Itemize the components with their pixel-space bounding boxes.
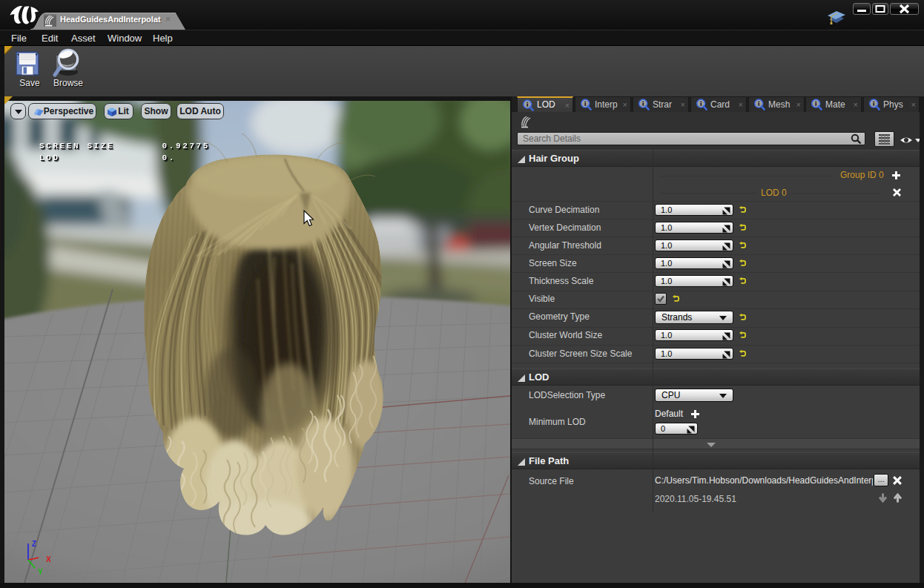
svg-text:Z: Z (32, 540, 36, 548)
svg-text:Y: Y (38, 568, 43, 576)
svg-text:X: X (46, 555, 51, 564)
